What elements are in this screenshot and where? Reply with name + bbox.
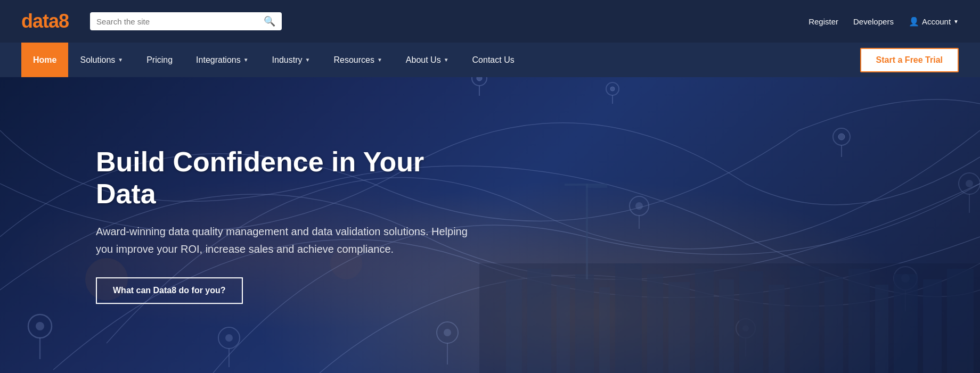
search-input[interactable]: [96, 17, 259, 26]
svg-rect-38: [668, 282, 690, 373]
nav-resources[interactable]: Resources ▼: [322, 43, 394, 77]
nav-solutions[interactable]: Solutions ▼: [68, 43, 135, 77]
top-right-links: Register Developers 👤 Account ▼: [808, 16, 959, 27]
hero-section: Build Confidence in Your Data Award-winn…: [0, 77, 980, 373]
search-button[interactable]: 🔍: [264, 15, 275, 27]
nav-items: Home Solutions ▼ Pricing Integrations ▼ …: [21, 43, 860, 77]
nav-home-label: Home: [33, 55, 56, 65]
nav-resources-label: Resources: [333, 55, 374, 65]
svg-rect-37: [647, 274, 663, 373]
register-link[interactable]: Register: [808, 17, 838, 26]
svg-rect-51: [565, 184, 607, 186]
svg-rect-31: [506, 279, 522, 373]
svg-rect-43: [790, 266, 819, 373]
svg-rect-36: [615, 263, 642, 373]
nav-solutions-label: Solutions: [80, 55, 115, 65]
svg-rect-35: [599, 287, 610, 373]
svg-rect-52: [586, 186, 607, 188]
svg-point-19: [444, 329, 451, 336]
svg-rect-34: [575, 274, 594, 373]
account-link[interactable]: 👤 Account ▼: [909, 16, 959, 27]
svg-rect-42: [769, 285, 785, 373]
nav-integrations[interactable]: Integrations ▼: [184, 43, 260, 77]
svg-point-10: [635, 202, 643, 210]
logo-prefix: data: [21, 10, 59, 32]
nav-about-label: About Us: [406, 55, 441, 65]
chevron-down-icon: ▼: [118, 57, 123, 63]
svg-rect-48: [923, 279, 942, 373]
svg-point-7: [838, 134, 845, 140]
chevron-down-icon: ▼: [305, 57, 311, 63]
logo-text: data8: [21, 10, 69, 32]
svg-point-28: [966, 180, 973, 187]
chevron-down-icon: ▼: [243, 57, 249, 63]
hero-subtitle: Award-winning data quality management an…: [96, 223, 479, 258]
nav-industry[interactable]: Industry ▼: [260, 43, 322, 77]
svg-rect-33: [557, 285, 570, 373]
hero-title: Build Confidence in Your Data: [96, 146, 479, 210]
logo[interactable]: data8: [21, 10, 69, 32]
nav-home[interactable]: Home: [21, 43, 68, 77]
nav-pricing-label: Pricing: [146, 55, 173, 65]
nav-integrations-label: Integrations: [196, 55, 241, 65]
chevron-down-icon: ▼: [377, 57, 382, 63]
free-trial-button[interactable]: Start a Free Trial: [860, 48, 959, 72]
developers-link[interactable]: Developers: [853, 17, 894, 26]
hero-cta-button[interactable]: What can Data8 do for you?: [96, 277, 243, 304]
svg-rect-39: [695, 269, 714, 373]
nav-contact[interactable]: Contact Us: [461, 43, 526, 77]
svg-rect-44: [824, 277, 843, 373]
svg-rect-47: [894, 274, 918, 373]
logo-suffix: 8: [59, 10, 69, 32]
svg-point-1: [477, 77, 482, 81]
nav-pricing[interactable]: Pricing: [135, 43, 184, 77]
nav-industry-label: Industry: [272, 55, 303, 65]
nav-contact-label: Contact Us: [472, 55, 514, 65]
chevron-down-icon: ▼: [444, 57, 449, 63]
top-bar: data8 🔍 Register Developers 👤 Account ▼: [0, 0, 980, 43]
chevron-down-icon: ▼: [953, 19, 959, 24]
svg-rect-45: [848, 269, 870, 373]
svg-point-13: [36, 322, 44, 330]
nav-about[interactable]: About Us ▼: [394, 43, 461, 77]
svg-rect-49: [947, 269, 974, 373]
svg-rect-50: [586, 184, 588, 279]
nav-bar: Home Solutions ▼ Pricing Integrations ▼ …: [0, 43, 980, 77]
svg-point-4: [610, 87, 615, 91]
svg-rect-32: [527, 269, 551, 373]
account-label: Account: [922, 17, 951, 26]
account-icon: 👤: [909, 16, 919, 27]
search-bar: 🔍: [90, 12, 282, 30]
hero-content: Build Confidence in Your Data Award-winn…: [96, 146, 479, 304]
svg-rect-41: [739, 271, 763, 373]
svg-rect-46: [875, 285, 888, 373]
svg-point-16: [225, 334, 233, 342]
svg-rect-40: [719, 279, 734, 373]
